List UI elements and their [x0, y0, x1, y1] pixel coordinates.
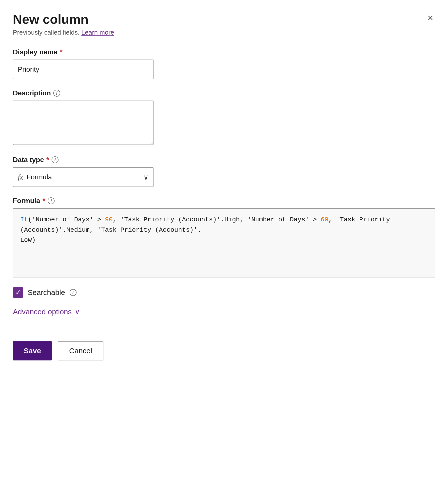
formula-text-4: Low) — [20, 236, 36, 244]
cancel-button[interactable]: Cancel — [58, 341, 103, 360]
save-button[interactable]: Save — [13, 341, 52, 360]
data-type-label: Data type * i — [13, 156, 435, 164]
searchable-label: Searchable — [28, 288, 65, 297]
formula-text-2: , 'Task Priority (Accounts)'.High, 'Numb… — [113, 216, 321, 223]
data-type-select[interactable]: fx Formula ∨ — [13, 167, 154, 187]
data-type-info-icon[interactable]: i — [52, 156, 58, 163]
formula-keyword-if: If — [20, 216, 28, 223]
data-type-select-wrapper: fx Formula ∨ — [13, 167, 154, 187]
formula-number-60: 60 — [321, 216, 328, 223]
new-column-modal: New column × Previously called fields. L… — [0, 0, 448, 481]
searchable-row: ✓ Searchable i — [13, 287, 435, 298]
formula-info-icon[interactable]: i — [48, 197, 55, 204]
modal-header: New column × — [13, 12, 435, 27]
footer-buttons: Save Cancel — [13, 341, 435, 360]
footer-divider — [13, 331, 435, 331]
formula-label: Formula * i — [13, 197, 435, 205]
data-type-required: * — [46, 156, 49, 164]
data-type-value: Formula — [27, 173, 52, 181]
close-button[interactable]: × — [426, 12, 435, 24]
formula-text-1: ('Number of Days' > — [28, 216, 105, 223]
advanced-options-chevron-icon: ∨ — [75, 308, 80, 316]
formula-editor[interactable]: If('Number of Days' > 90, 'Task Priority… — [13, 208, 435, 277]
display-name-label: Display name * — [13, 48, 435, 56]
description-group: Description i — [13, 89, 435, 146]
learn-more-link[interactable]: Learn more — [81, 29, 114, 36]
display-name-input[interactable] — [13, 60, 154, 79]
display-name-required: * — [60, 48, 63, 56]
formula-required: * — [42, 197, 45, 205]
data-type-group: Data type * i fx Formula ∨ — [13, 156, 435, 187]
formula-group: Formula * i If('Number of Days' > 90, 'T… — [13, 197, 435, 277]
description-label: Description i — [13, 89, 435, 97]
modal-title: New column — [13, 12, 88, 27]
check-icon: ✓ — [15, 289, 21, 296]
searchable-checkbox[interactable]: ✓ — [13, 287, 23, 298]
searchable-info-icon[interactable]: i — [70, 289, 77, 296]
formula-number-90: 90 — [105, 216, 113, 223]
advanced-options-label: Advanced options — [13, 308, 72, 316]
modal-subtitle: Previously called fields. Learn more — [13, 29, 435, 36]
advanced-options-row[interactable]: Advanced options ∨ — [13, 308, 435, 316]
data-type-chevron-icon: ∨ — [143, 173, 149, 181]
description-input[interactable] — [13, 101, 154, 145]
display-name-group: Display name * — [13, 48, 435, 79]
formula-fx-icon: fx — [18, 173, 23, 181]
description-info-icon[interactable]: i — [53, 90, 60, 97]
